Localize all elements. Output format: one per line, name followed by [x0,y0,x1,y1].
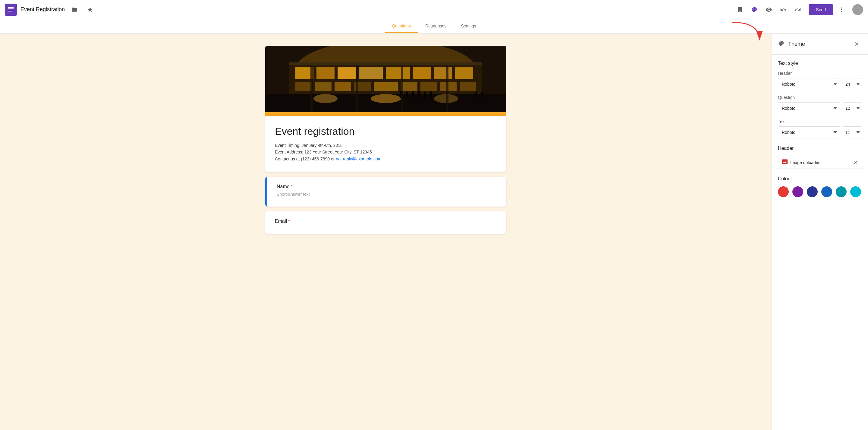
tab-responses[interactable]: Responses [418,20,454,33]
question-card-email: Email * [265,211,506,234]
svg-rect-15 [296,82,312,91]
send-button[interactable]: Send [809,4,833,15]
svg-rect-3 [8,11,12,11]
question-card-name: Name * Short-answer text [265,177,506,206]
svg-point-35 [481,91,484,98]
question-font-label: Question [778,95,862,100]
svg-point-31 [418,91,420,98]
svg-rect-12 [413,67,431,79]
svg-point-33 [430,91,432,98]
form-info-card: Event registration Event Timing: January… [265,116,506,172]
topbar-icons: Send [734,4,863,16]
contact-link[interactable]: no_reply@example.com [336,156,381,161]
svg-rect-19 [374,82,398,91]
question-name-text: Name [277,184,290,190]
tab-settings[interactable]: Settings [454,20,484,33]
question-font-select[interactable]: Roboto [778,102,840,114]
colour-swatch-purple[interactable] [792,187,803,197]
description-line-3: Contact us at (123) 456-7890 or no_reply… [275,155,497,162]
description-line-2: Event Address: 123 Your Street Your City… [275,149,497,155]
image-uploaded-text: Image uploaded [790,160,851,165]
palette-icon-btn[interactable] [748,4,761,16]
topbar-left: Event Registration [5,4,734,16]
header-image [265,46,506,112]
svg-rect-0 [8,7,13,8]
text-font-label: Text [778,119,862,124]
form-description: Event Timing: January 4th-6th, 2016 Even… [275,142,497,162]
text-font-select[interactable]: Roboto [778,126,840,138]
form-title: Event registration [275,125,497,137]
text-size-select[interactable]: 11 [843,126,862,138]
header-size-select[interactable]: 24 [843,78,862,90]
main-layout: Event registration Event Timing: January… [0,34,868,430]
required-star-email: * [288,219,290,224]
header-font-label: Header [778,71,862,76]
svg-rect-8 [316,67,335,79]
image-remove-button[interactable]: ✕ [854,159,858,166]
tabs: Questions Responses Settings [0,19,868,34]
theme-palette-icon [778,40,784,48]
doc-title: Event Registration [21,6,65,13]
colour-swatches [778,187,862,197]
bookmark-icon-btn[interactable] [734,4,746,16]
form-area: Event registration Event Timing: January… [0,34,772,430]
text-style-section-title: Text style [778,61,862,66]
svg-rect-39 [446,64,448,112]
theme-title: Theme [788,41,847,47]
svg-rect-38 [401,64,403,112]
theme-header: Theme ✕ [772,34,868,55]
svg-rect-21 [421,82,437,91]
colour-swatch-dark-blue[interactable] [807,187,818,197]
svg-point-29 [406,91,408,98]
svg-rect-10 [359,67,383,79]
colour-section: Colour [778,176,862,197]
colour-swatch-red[interactable] [778,187,789,197]
svg-rect-40 [289,62,482,65]
redo-icon-btn[interactable] [792,4,804,16]
svg-rect-9 [338,67,355,79]
avatar[interactable] [852,4,863,15]
image-icon [782,159,788,166]
tab-questions[interactable]: Questions [384,20,418,33]
image-uploaded-row: Image uploaded ✕ [778,156,862,169]
svg-rect-23 [460,82,476,91]
colour-swatch-teal[interactable] [836,187,846,197]
question-label-name: Name * [277,184,497,190]
theme-close-button[interactable]: ✕ [851,38,862,50]
colour-swatch-blue[interactable] [821,187,832,197]
star-icon-btn[interactable] [84,4,96,16]
svg-point-32 [424,91,426,98]
svg-rect-37 [355,64,358,112]
header-font-row: Roboto 24 [778,78,862,90]
svg-rect-16 [315,82,332,91]
colour-swatch-cyan[interactable] [850,187,861,197]
theme-panel: Theme ✕ Text style Header Roboto 24 Ques… [772,34,868,430]
svg-rect-17 [335,82,351,91]
question-size-select[interactable]: 12 [843,102,862,114]
svg-rect-1 [8,8,13,9]
orange-bar [265,112,506,116]
undo-icon-btn[interactable] [777,4,789,16]
eye-icon-btn[interactable] [763,4,775,16]
question-label-email: Email * [275,219,497,224]
theme-body: Text style Header Roboto 24 Question Rob… [772,55,868,203]
svg-rect-11 [386,67,410,79]
header-section-title: Header [778,146,862,151]
short-answer-name: Short-answer text [277,192,409,199]
svg-point-26 [371,94,401,103]
header-section: Header Image uploaded ✕ [778,146,862,169]
svg-point-34 [475,91,477,98]
more-options-btn[interactable] [835,4,847,16]
svg-rect-20 [401,82,417,91]
topbar: Event Registration Send [0,0,868,19]
header-font-select[interactable]: Roboto [778,78,840,90]
colour-section-title: Colour [778,176,862,181]
app-icon [5,4,17,16]
folder-icon-btn[interactable] [68,4,81,16]
svg-rect-36 [310,64,313,112]
required-star-name: * [291,184,292,189]
description-line-1: Event Timing: January 4th-6th, 2016 [275,142,497,149]
svg-rect-14 [455,67,473,79]
svg-rect-2 [8,10,13,10]
question-font-row: Roboto 12 [778,102,862,114]
